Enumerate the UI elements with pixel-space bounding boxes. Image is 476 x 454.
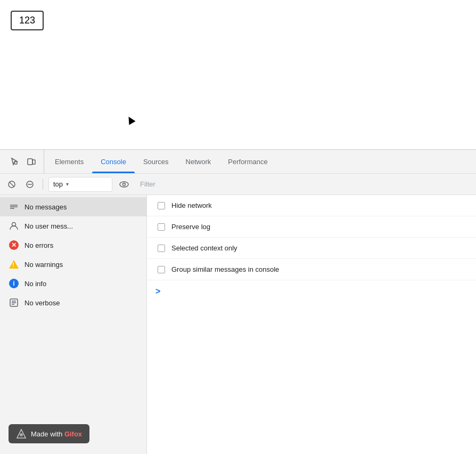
page-area: 123 xyxy=(0,0,476,149)
svg-rect-2 xyxy=(32,160,35,164)
page-number-box: 123 xyxy=(11,11,44,30)
devtools-icon-group xyxy=(2,150,44,173)
option-label-selected-context: Selected context only xyxy=(171,244,237,252)
option-hide-network[interactable]: Hide network xyxy=(147,195,476,216)
option-selected-context[interactable]: Selected context only xyxy=(147,238,476,259)
filter-item-info[interactable]: i No info xyxy=(0,274,146,293)
context-value: top xyxy=(53,180,63,188)
filter-input[interactable] xyxy=(136,177,472,192)
filter-label-info: No info xyxy=(24,280,46,288)
tab-network[interactable]: Network xyxy=(177,150,220,173)
option-label-hide-network: Hide network xyxy=(171,201,212,209)
tab-elements[interactable]: Elements xyxy=(46,150,92,173)
option-label-preserve-log: Preserve log xyxy=(171,223,210,231)
toolbar-divider xyxy=(43,179,43,190)
svg-point-19 xyxy=(20,433,23,436)
left-sidebar: No messages No user mess... ✕ No errors xyxy=(0,195,147,454)
warning-icon: ! xyxy=(9,259,19,270)
filter-label-verbose: No verbose xyxy=(24,299,60,307)
tab-bar: Elements Console Sources Network Perform… xyxy=(0,150,476,174)
right-panel: Hide network Preserve log Selected conte… xyxy=(147,195,476,454)
gifox-badge[interactable]: Made with Gifox xyxy=(9,424,89,443)
tab-sources[interactable]: Sources xyxy=(135,150,177,173)
svg-text:!: ! xyxy=(12,262,14,268)
clear-console-button[interactable] xyxy=(4,177,19,192)
option-label-group-similar: Group similar messages in console xyxy=(171,265,279,273)
gifox-logo-icon xyxy=(16,428,27,439)
svg-point-7 xyxy=(120,182,128,187)
messages-icon xyxy=(9,201,19,212)
device-toolbar-button[interactable] xyxy=(23,153,39,169)
checkbox-hide-network[interactable] xyxy=(158,202,165,209)
gifox-text: Made with Gifox xyxy=(31,430,82,438)
svg-line-4 xyxy=(10,182,14,187)
filter-item-errors[interactable]: ✕ No errors xyxy=(0,236,146,255)
option-group-similar[interactable]: Group similar messages in console xyxy=(147,259,476,280)
filter-label-user: No user mess... xyxy=(24,222,73,230)
chevron-down-icon: ▾ xyxy=(66,181,69,187)
cursor xyxy=(125,115,135,125)
error-icon: ✕ xyxy=(9,240,19,250)
checkbox-preserve-log[interactable] xyxy=(158,223,165,231)
filter-item-warnings[interactable]: ! No warnings xyxy=(0,255,146,274)
no-entry-button[interactable] xyxy=(22,177,37,192)
tab-performance[interactable]: Performance xyxy=(219,150,276,173)
svg-rect-0 xyxy=(14,161,17,164)
context-selector[interactable]: top ▾ xyxy=(48,177,112,192)
svg-rect-1 xyxy=(28,159,32,165)
checkbox-selected-context[interactable] xyxy=(158,245,165,252)
console-prompt[interactable]: > xyxy=(147,280,476,303)
info-icon: i xyxy=(9,278,19,289)
devtools-panel: Elements Console Sources Network Perform… xyxy=(0,149,476,454)
console-toolbar: top ▾ xyxy=(0,174,476,195)
checkbox-group-similar[interactable] xyxy=(158,266,165,273)
user-icon xyxy=(9,221,19,231)
svg-point-8 xyxy=(123,183,126,185)
option-preserve-log[interactable]: Preserve log xyxy=(147,216,476,238)
filter-item-messages[interactable]: No messages xyxy=(0,197,146,216)
tab-console[interactable]: Console xyxy=(92,150,135,173)
content-area: No messages No user mess... ✕ No errors xyxy=(0,195,476,454)
filter-label-messages: No messages xyxy=(24,203,67,211)
verbose-icon xyxy=(9,297,19,308)
filter-label-errors: No errors xyxy=(24,241,53,249)
filter-eye-button[interactable] xyxy=(116,177,133,192)
filter-item-verbose[interactable]: No verbose xyxy=(0,293,146,312)
inspect-element-button[interactable] xyxy=(6,153,22,169)
filter-item-user[interactable]: No user mess... xyxy=(0,216,146,236)
filter-label-warnings: No warnings xyxy=(24,261,63,269)
sidebar-spacer xyxy=(0,312,146,424)
